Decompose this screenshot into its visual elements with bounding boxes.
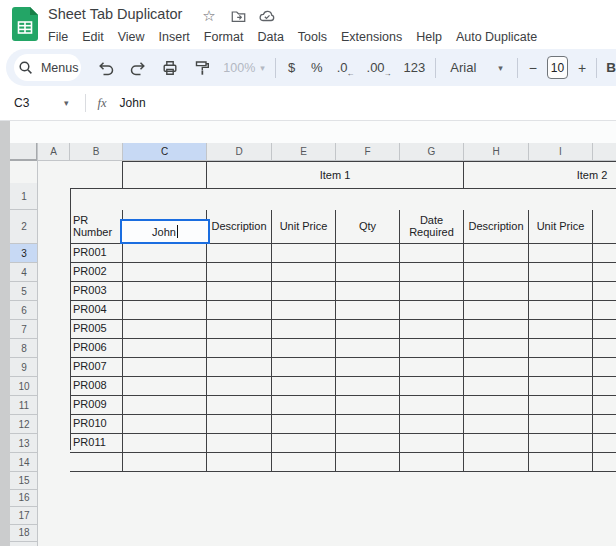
cell-E13[interactable] (272, 434, 336, 453)
font-size-input[interactable]: 10 (547, 56, 568, 79)
more-formats-button[interactable]: 123 (404, 60, 426, 75)
cell-E2[interactable]: Unit Price (272, 210, 336, 244)
cell-F14[interactable] (336, 453, 400, 472)
cell-E4[interactable] (272, 263, 336, 282)
menu-item-view[interactable]: View (111, 30, 152, 44)
cell-I13[interactable] (529, 434, 593, 453)
cell-C5[interactable] (123, 282, 207, 301)
menu-item-insert[interactable]: Insert (152, 30, 197, 44)
redo-icon[interactable] (129, 59, 147, 77)
cell-H3[interactable] (464, 244, 529, 263)
move-folder-icon[interactable] (229, 7, 247, 25)
cell-C11[interactable] (123, 396, 207, 415)
cell-J11[interactable] (593, 396, 616, 415)
cell-J3[interactable] (593, 244, 616, 263)
cell-I14[interactable] (529, 453, 593, 472)
cell-D11[interactable] (207, 396, 272, 415)
row-header-17[interactable]: 17 (10, 507, 38, 525)
row-header-4[interactable]: 4 (10, 263, 38, 282)
undo-icon[interactable] (97, 59, 115, 77)
cell-B13[interactable]: PR011 (70, 434, 123, 453)
cell-D6[interactable] (207, 301, 272, 320)
cell-H12[interactable] (464, 415, 529, 434)
cell-H6[interactable] (464, 301, 529, 320)
cell-J9[interactable] (593, 358, 616, 377)
row-header-16[interactable]: 16 (10, 490, 38, 508)
cell-E11[interactable] (272, 396, 336, 415)
cell-D14[interactable] (207, 453, 272, 472)
cell-J4[interactable] (593, 263, 616, 282)
column-header-B[interactable]: B (70, 143, 123, 161)
cell-F10[interactable] (336, 377, 400, 396)
row-header-9[interactable]: 9 (10, 358, 38, 377)
formula-input[interactable]: John (120, 96, 616, 110)
row-header-18[interactable]: 18 (10, 525, 38, 543)
row1-cell-C1[interactable] (122, 161, 206, 188)
cell-I8[interactable] (529, 339, 593, 358)
cell-G12[interactable] (400, 415, 464, 434)
cell-C14[interactable] (123, 453, 207, 472)
cell-F11[interactable] (336, 396, 400, 415)
cell-I3[interactable] (529, 244, 593, 263)
cell-G5[interactable] (400, 282, 464, 301)
paint-format-icon[interactable] (193, 59, 211, 77)
cell-editor-C3[interactable]: John (120, 219, 210, 244)
cell-H14[interactable] (464, 453, 529, 472)
row-header-5[interactable]: 5 (10, 282, 38, 301)
menu-item-auto-duplicate[interactable]: Auto Duplicate (449, 30, 544, 44)
cell-H4[interactable] (464, 263, 529, 282)
cell-C3[interactable] (123, 244, 207, 263)
cell-H11[interactable] (464, 396, 529, 415)
cell-J10[interactable] (593, 377, 616, 396)
cell-J13[interactable] (593, 434, 616, 453)
cell-I4[interactable] (529, 263, 593, 282)
column-header-E[interactable]: E (272, 143, 336, 161)
cell-B3[interactable]: PR001 (70, 244, 123, 263)
doc-title[interactable]: Sheet Tab Duplicator (48, 6, 182, 22)
cell-B10[interactable]: PR008 (70, 377, 123, 396)
cell-D2[interactable]: Description (207, 210, 272, 244)
cell-D12[interactable] (207, 415, 272, 434)
zoom-control[interactable]: 100% ▾ (223, 61, 265, 75)
cell-J2[interactable] (593, 210, 616, 244)
cell-E6[interactable] (272, 301, 336, 320)
cell-D4[interactable] (207, 263, 272, 282)
cell-C10[interactable] (123, 377, 207, 396)
cell-B2[interactable]: PR Number (70, 210, 123, 244)
cell-F4[interactable] (336, 263, 400, 282)
menu-item-data[interactable]: Data (250, 30, 290, 44)
cell-D13[interactable] (207, 434, 272, 453)
menus-search-button[interactable]: Menus (14, 54, 81, 81)
column-header-A[interactable]: A (38, 143, 70, 161)
cell-F12[interactable] (336, 415, 400, 434)
cell-D10[interactable] (207, 377, 272, 396)
cell-G4[interactable] (400, 263, 464, 282)
cell-C4[interactable] (123, 263, 207, 282)
row-header-2[interactable]: 2 (10, 210, 38, 244)
cell-I2[interactable]: Unit Price (529, 210, 593, 244)
cell-F5[interactable] (336, 282, 400, 301)
column-header-G[interactable]: G (400, 143, 464, 161)
cell-I11[interactable] (529, 396, 593, 415)
cell-J12[interactable] (593, 415, 616, 434)
cell-H2[interactable]: Description (464, 210, 529, 244)
row1-cell-H1-item-2[interactable]: Item 2 (463, 161, 616, 188)
cell-E10[interactable] (272, 377, 336, 396)
cell-B14[interactable] (70, 453, 123, 472)
cell-H13[interactable] (464, 434, 529, 453)
cell-F8[interactable] (336, 339, 400, 358)
cell-B12[interactable]: PR010 (70, 415, 123, 434)
print-icon[interactable] (161, 59, 179, 77)
cell-F9[interactable] (336, 358, 400, 377)
cell-H9[interactable] (464, 358, 529, 377)
cell-D3[interactable] (207, 244, 272, 263)
cell-F3[interactable] (336, 244, 400, 263)
cell-I9[interactable] (529, 358, 593, 377)
cell-H5[interactable] (464, 282, 529, 301)
bold-button[interactable]: B (606, 60, 616, 75)
decrease-decimal-button[interactable]: .0← (337, 60, 355, 75)
cell-I6[interactable] (529, 301, 593, 320)
chevron-down-icon[interactable]: ▾ (498, 63, 503, 73)
cell-C12[interactable] (123, 415, 207, 434)
cell-D7[interactable] (207, 320, 272, 339)
